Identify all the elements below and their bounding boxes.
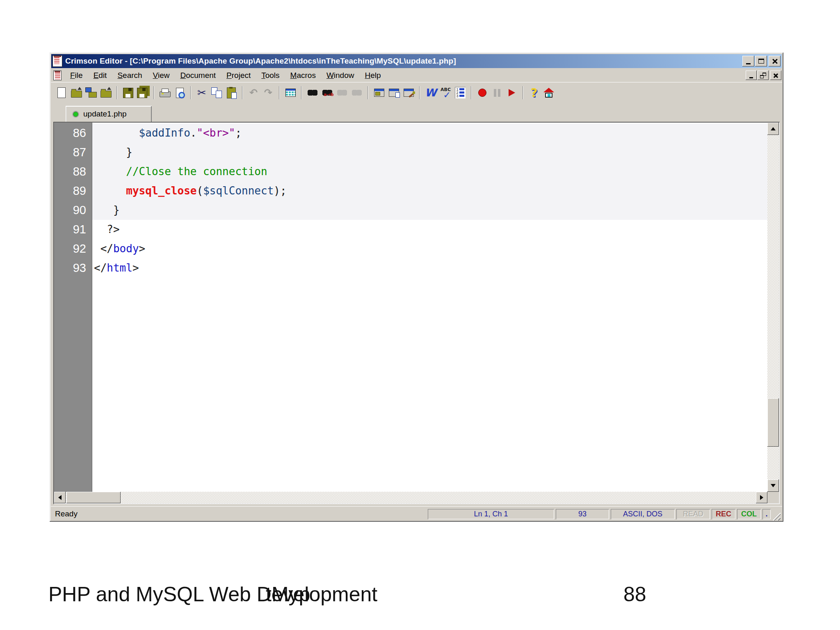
undo-button[interactable] (246, 85, 261, 100)
title-bar[interactable]: Crimson Editor - [C:\Program Files\Apach… (51, 54, 782, 68)
insert-table-button[interactable] (283, 85, 298, 100)
file-window-button[interactable] (372, 85, 386, 100)
toolbar-separator (523, 86, 523, 99)
code-line-91[interactable]: 91 ?> (54, 220, 767, 239)
paste-icon (227, 87, 236, 98)
word-wrap-button[interactable] (423, 85, 438, 100)
spell-check-icon (440, 87, 451, 98)
menu-item-view[interactable]: View (148, 70, 175, 81)
play-macro-button[interactable] (504, 85, 519, 100)
clipboard-window-button[interactable] (386, 85, 401, 100)
line-number: 92 (54, 242, 92, 256)
paste-button[interactable] (224, 85, 239, 100)
menu-item-window[interactable]: Window (321, 70, 360, 81)
print-button[interactable] (158, 85, 172, 100)
home-button[interactable] (541, 85, 556, 100)
code-line-89[interactable]: 89 mysql_close($sqlConnect); (54, 181, 767, 201)
find-prev-button[interactable] (349, 85, 364, 100)
horizontal-scrollbar (54, 492, 767, 503)
save-all-icon (137, 88, 147, 98)
save-all-button[interactable] (135, 85, 150, 100)
mdi-close-button[interactable] (770, 71, 781, 80)
replace-button[interactable]: a→b (320, 85, 335, 100)
code-text: $addInfo."<br>"; (92, 123, 767, 143)
close-button[interactable] (769, 56, 781, 66)
scroll-left-button[interactable] (54, 492, 66, 503)
menu-item-macros[interactable]: Macros (285, 70, 321, 81)
resize-grip[interactable] (772, 511, 781, 520)
pause-macro-button[interactable] (490, 85, 504, 100)
arrow-left-icon (58, 495, 62, 500)
menu-item-project[interactable]: Project (221, 70, 256, 81)
code-line-88[interactable]: 88 //Close the connection (54, 162, 767, 181)
horizontal-scrollbar-track[interactable] (66, 492, 756, 503)
toolbar-separator (301, 86, 302, 99)
menu-item-edit[interactable]: Edit (88, 70, 112, 81)
mdi-minimize-button[interactable] (746, 71, 757, 80)
toolbar-separator (368, 86, 368, 99)
code-line-93[interactable]: 93</html> (54, 258, 767, 278)
minimize-button[interactable] (742, 56, 754, 66)
new-file-button[interactable] (54, 85, 69, 100)
home-icon (543, 88, 554, 98)
line-number: 91 (54, 223, 92, 236)
save-icon (123, 88, 133, 98)
code-line-90[interactable]: 90 } (54, 201, 767, 220)
code-line-86[interactable]: 86 $addInfo."<br>"; (54, 123, 767, 143)
tab-status-dot-icon (72, 111, 79, 118)
minimize-icon (746, 63, 751, 64)
maximize-button[interactable] (755, 56, 767, 66)
menu-item-tools[interactable]: Tools (256, 70, 285, 81)
horizontal-scrollbar-thumb[interactable] (66, 492, 121, 503)
open-ftp-button[interactable] (84, 85, 98, 100)
find-button[interactable] (305, 85, 320, 100)
menu-item-search[interactable]: Search (112, 70, 147, 81)
clipboard-window-icon (389, 89, 399, 97)
line-number: 86 (54, 126, 92, 140)
status-col-flag: COL (737, 509, 761, 519)
copy-button[interactable] (209, 85, 224, 100)
code-line-87[interactable]: 87 } (54, 143, 767, 162)
toolbar-separator (242, 86, 243, 99)
open-file-button[interactable] (69, 85, 84, 100)
spell-check-button[interactable] (438, 85, 453, 100)
print-preview-icon (176, 88, 184, 98)
code-text: </body> (92, 239, 767, 258)
toolbar: a→b1 2 3 (51, 82, 782, 103)
mdi-restore-button[interactable] (758, 71, 769, 80)
slide-footer-title: PHP and MySQL Web Development (48, 582, 377, 606)
menu-item-file[interactable]: File (65, 70, 88, 81)
save-button[interactable] (121, 85, 135, 100)
record-macro-button[interactable] (475, 85, 490, 100)
tab-update1-php[interactable]: update1.php (66, 106, 152, 122)
code-lines: 86 $addInfo."<br>";87 }88 //Close the co… (54, 123, 767, 278)
word-wrap-icon (425, 87, 437, 99)
find-next-button[interactable] (335, 85, 349, 100)
print-icon (160, 91, 171, 97)
status-read-flag: READ (676, 509, 710, 519)
menu-item-document[interactable]: Document (175, 70, 221, 81)
scroll-right-button[interactable] (756, 492, 767, 503)
code-viewport[interactable]: 86 $addInfo."<br>";87 }88 //Close the co… (54, 123, 767, 492)
toolbar-separator (116, 86, 117, 99)
scroll-up-button[interactable] (767, 123, 779, 135)
vertical-scrollbar-thumb[interactable] (767, 398, 779, 447)
code-text: mysql_close($sqlConnect); (92, 181, 767, 201)
mdi-minimize-icon (749, 77, 753, 78)
output-window-button[interactable] (401, 85, 416, 100)
toolbar-separator (471, 86, 472, 99)
maximize-icon (758, 59, 764, 64)
scroll-down-button[interactable] (767, 479, 779, 492)
redo-button[interactable] (261, 85, 276, 100)
code-line-92[interactable]: 92 </body> (54, 239, 767, 258)
print-preview-button[interactable] (172, 85, 187, 100)
arrow-up-icon (771, 127, 776, 130)
menu-item-help[interactable]: Help (359, 70, 386, 81)
status-encoding: ASCII, DOS (611, 509, 675, 519)
close-file-button[interactable] (98, 85, 113, 100)
cut-button[interactable] (194, 85, 209, 100)
help-button[interactable] (527, 85, 541, 100)
toolbar-separator (419, 86, 420, 99)
line-numbers-button[interactable]: 1 2 3 (453, 85, 468, 100)
line-number: 88 (54, 165, 92, 178)
